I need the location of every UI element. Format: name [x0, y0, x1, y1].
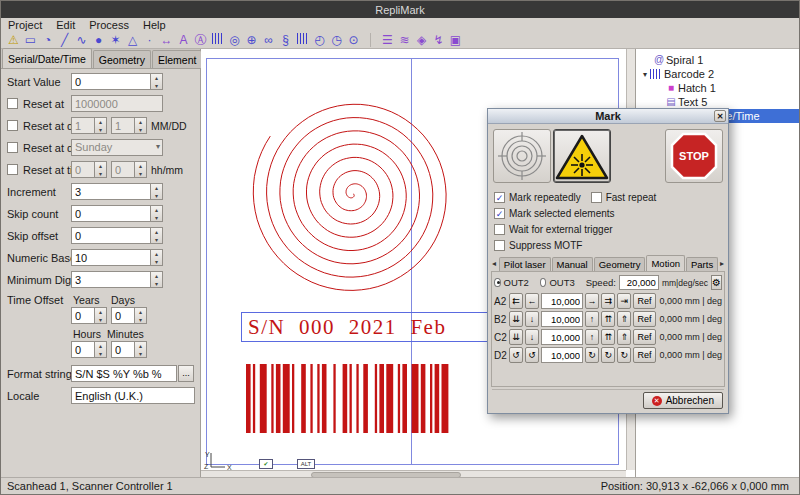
- target-tool[interactable]: ⊕: [243, 32, 260, 48]
- reset-hour-spinner[interactable]: ▴▾: [95, 161, 107, 178]
- offset-years-input[interactable]: [71, 307, 95, 324]
- speed-input[interactable]: [619, 275, 659, 290]
- locale-input[interactable]: [71, 387, 195, 404]
- increment-input[interactable]: [71, 183, 151, 200]
- jog-decrease-2-button[interactable]: ↺: [525, 347, 539, 363]
- minimum-digits-input[interactable]: [71, 271, 151, 288]
- ellipse-tool[interactable]: ●: [90, 32, 107, 48]
- barcode-element[interactable]: [246, 364, 448, 433]
- serial-text-element[interactable]: S/N 000 2021 Feb: [248, 315, 446, 339]
- jog-increase-1-button[interactable]: ↻: [585, 347, 599, 363]
- reset-hour-input[interactable]: [71, 161, 95, 178]
- format-browse-button[interactable]: ...: [178, 365, 194, 382]
- jog-decrease-1-button[interactable]: ⇇: [509, 293, 523, 309]
- reset-at-time-checkbox[interactable]: [7, 164, 18, 175]
- jog-decrease-2-button[interactable]: ↓: [525, 329, 539, 345]
- jog-decrease-2-button[interactable]: ↓: [525, 311, 539, 327]
- jog-increase-2-button[interactable]: ↻: [601, 347, 615, 363]
- date-tool[interactable]: ◷: [328, 32, 345, 48]
- checkbox-mark-repeatedly[interactable]: ✓Mark repeatedly: [494, 192, 581, 203]
- a2-distance-input[interactable]: [541, 293, 583, 309]
- offset-minutes-input[interactable]: [111, 341, 135, 358]
- jog-decrease-1-button[interactable]: ⇊: [509, 311, 523, 327]
- stop-tool[interactable]: ▣: [447, 32, 464, 48]
- stop-mark-button[interactable]: STOP: [665, 129, 723, 183]
- warning-icon[interactable]: ⚠: [5, 32, 22, 48]
- jog-decrease-1-button[interactable]: ⇊: [509, 329, 523, 345]
- dimension-tool[interactable]: ↔: [158, 32, 175, 48]
- weekday-dropdown[interactable]: Sunday ▾: [71, 139, 163, 156]
- d2-distance-input[interactable]: [541, 347, 583, 363]
- offset-hours-input[interactable]: [71, 341, 95, 358]
- tree-item-spiral-1[interactable]: @Spiral 1: [636, 53, 799, 67]
- jog-increase-2-button[interactable]: ⇉: [601, 293, 615, 309]
- jog-increase-1-button[interactable]: →: [585, 293, 599, 309]
- jog-increase-3-button[interactable]: ⇑: [617, 329, 631, 345]
- dialog-tab-geometry[interactable]: Geometry: [594, 257, 646, 271]
- jog-decrease-1-button[interactable]: ↺: [509, 347, 523, 363]
- ref-button[interactable]: Ref: [633, 311, 655, 327]
- clock-tool[interactable]: ◴: [311, 32, 328, 48]
- skip-count-spinner[interactable]: ▴▾: [151, 205, 163, 222]
- reset-minute-spinner[interactable]: ▴▾: [135, 161, 147, 178]
- menu-process[interactable]: Process: [82, 19, 136, 31]
- reset-minute-input[interactable]: [111, 161, 135, 178]
- menu-edit[interactable]: Edit: [49, 19, 82, 31]
- reset-at-date-checkbox[interactable]: [7, 120, 18, 131]
- b2-distance-input[interactable]: [541, 311, 583, 327]
- ref-button[interactable]: Ref: [633, 329, 655, 345]
- minimum-digits-spinner[interactable]: ▴▾: [151, 271, 163, 288]
- tab-geometry[interactable]: Geometry: [93, 50, 151, 68]
- reset-day-input[interactable]: [111, 117, 135, 134]
- jog-increase-1-button[interactable]: ↑: [585, 329, 599, 345]
- gear-icon[interactable]: ⚙: [711, 275, 722, 290]
- jog-increase-3-button[interactable]: ⇑: [617, 311, 631, 327]
- scanhead-tool[interactable]: ☰: [379, 32, 396, 48]
- tree-item-barcode-2[interactable]: ▾Barcode 2: [636, 67, 799, 81]
- dialog-tab-parts[interactable]: Parts: [686, 257, 718, 271]
- text-tool[interactable]: A: [175, 32, 192, 48]
- tab-scroll-left-icon[interactable]: ◂: [490, 257, 498, 271]
- ref-button[interactable]: Ref: [633, 293, 655, 309]
- offset-minutes-spinner[interactable]: ▴▾: [135, 341, 147, 358]
- triangle-tool[interactable]: △: [124, 32, 141, 48]
- wobble-tool[interactable]: ≋: [396, 32, 413, 48]
- close-icon[interactable]: ✕: [714, 110, 726, 122]
- numeric-base-input[interactable]: [71, 249, 151, 266]
- increment-spinner[interactable]: ▴▾: [151, 183, 163, 200]
- out2-radio[interactable]: [494, 278, 501, 287]
- jog-increase-1-button[interactable]: ↑: [585, 311, 599, 327]
- dialog-tab-pilot-laser[interactable]: Pilot laser: [499, 257, 551, 271]
- pie-tool[interactable]: ◔: [39, 32, 56, 48]
- checkbox-fast-repeat[interactable]: Fast repeat: [591, 192, 657, 203]
- c2-distance-input[interactable]: [541, 329, 583, 345]
- start-value-input[interactable]: [71, 73, 151, 90]
- expander-icon[interactable]: ▾: [640, 70, 650, 79]
- reset-month-input[interactable]: [71, 117, 95, 134]
- menu-project[interactable]: Project: [1, 19, 49, 31]
- star-tool[interactable]: ✶: [107, 32, 124, 48]
- skip-count-input[interactable]: [71, 205, 151, 222]
- jog-decrease-2-button[interactable]: ←: [525, 293, 539, 309]
- dialog-title-bar[interactable]: Mark ✕: [488, 109, 728, 124]
- cancel-button[interactable]: ✕ Abbrechen: [643, 392, 723, 409]
- stopwatch-tool[interactable]: ⊙: [345, 32, 362, 48]
- checkbox-suppress-motf[interactable]: Suppress MOTF: [494, 240, 582, 251]
- spiral-element[interactable]: [253, 104, 446, 290]
- laser-pointer-tool[interactable]: ◈: [413, 32, 430, 48]
- offset-years-spinner[interactable]: ▴▾: [95, 307, 107, 324]
- rectangle-tool[interactable]: ▭: [22, 32, 39, 48]
- jog-increase-2-button[interactable]: ⇈: [601, 329, 615, 345]
- mark-target-button[interactable]: [493, 129, 551, 183]
- ref-button[interactable]: Ref: [633, 347, 655, 363]
- line-tool[interactable]: ╱: [56, 32, 73, 48]
- start-mark-button[interactable]: [553, 129, 611, 183]
- spring-tool[interactable]: §: [277, 32, 294, 48]
- jog-increase-3-button[interactable]: ↻: [617, 347, 631, 363]
- out3-radio[interactable]: [540, 278, 547, 287]
- start-value-spinner[interactable]: ▴▾: [151, 73, 163, 90]
- tab-serial-date-time[interactable]: Serial/Date/Time: [2, 48, 92, 68]
- reset-at-day-checkbox[interactable]: [7, 142, 18, 153]
- title-bar[interactable]: RepliMark: [1, 1, 799, 18]
- tree-item-hatch-1[interactable]: ■Hatch 1: [636, 81, 799, 95]
